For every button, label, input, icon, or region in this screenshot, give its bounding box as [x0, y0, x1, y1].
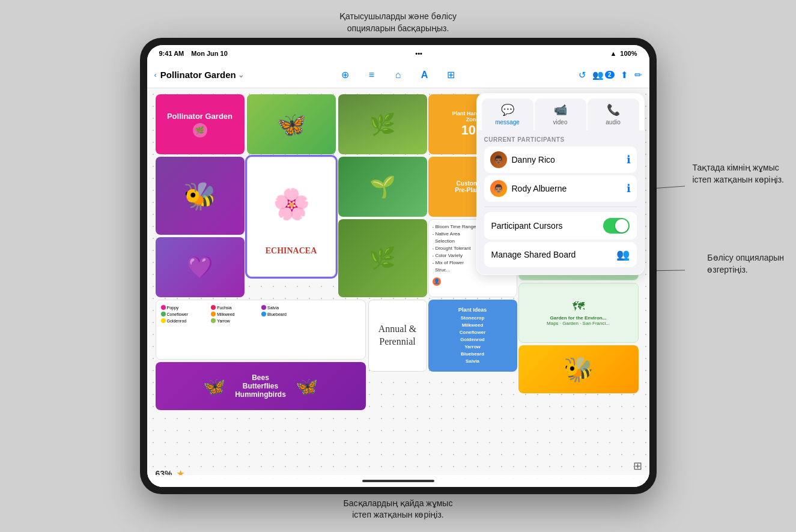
- home-icon[interactable]: ⌂: [390, 67, 406, 83]
- dots: •••: [415, 50, 422, 57]
- participants-icon: 👥: [592, 70, 604, 80]
- plant-list-text: StonecropMilkweedConeflowerGoldenrodYarr…: [460, 315, 486, 365]
- manage-shared-board-icon: 👥: [616, 248, 630, 261]
- ipad-screen: 9:41 AM Mon Jun 10 ••• ▲ 100% ‹ Pollinat…: [147, 45, 649, 487]
- danny-info: 👨🏾 Danny Rico: [490, 151, 555, 168]
- participant-rody[interactable]: 👨🏽 Rody Albuerne ℹ: [484, 175, 637, 202]
- tile-garden-photo[interactable]: 🌿: [338, 94, 427, 154]
- garden-image: 🌱: [338, 157, 427, 217]
- back-button[interactable]: ‹: [154, 70, 157, 79]
- manage-shared-board-label: Manage Shared Board: [491, 250, 576, 259]
- message-icon: 💬: [501, 103, 514, 116]
- cursors-label: Participant Cursors: [491, 221, 563, 231]
- participant-danny[interactable]: 👨🏾 Danny Rico ℹ: [484, 147, 637, 173]
- participants-section: CURRENT PARTICIPANTS 👨🏾 Danny Rico ℹ: [477, 130, 644, 202]
- tile-butterfly-photo[interactable]: 🦋: [247, 94, 336, 154]
- time: 9:41 AM: [159, 50, 184, 57]
- tile-echinacea-sketch[interactable]: 🌸 ECHINACEA: [247, 157, 336, 277]
- participants-button[interactable]: 👥 2: [592, 70, 615, 80]
- share-button[interactable]: ⬆: [621, 70, 628, 80]
- wifi-icon: ▲: [610, 50, 616, 57]
- callout-top: Қатысушыларды және бөлісу опцияларын бас…: [339, 11, 457, 34]
- toolbar-left: ‹ Pollinator Garden ⌄: [154, 70, 274, 80]
- toolbar: ‹ Pollinator Garden ⌄ ⊕ ≡ ⌂ A ⊞ ↺ �: [147, 62, 649, 88]
- chevron-down-icon[interactable]: ⌄: [238, 71, 244, 79]
- edit-button[interactable]: ✏: [634, 70, 642, 80]
- herbs-image: 🌿: [338, 94, 427, 154]
- danny-action-icon[interactable]: ℹ: [627, 153, 631, 166]
- tile-bee[interactable]: 🐝: [518, 345, 639, 393]
- echinacea-label: ECHINACEA: [252, 246, 330, 256]
- date: Mon Jun 10: [191, 50, 228, 57]
- audio-icon: 📞: [607, 103, 620, 116]
- media-icon[interactable]: ⊞: [443, 67, 459, 83]
- comm-tabs: 💬 message 📹 video 📞 audio: [477, 94, 644, 130]
- bee-image: 🐝: [156, 157, 245, 235]
- board-title: Pollinator Garden ⌄: [160, 70, 244, 80]
- battery-icon: 100%: [620, 50, 637, 57]
- tile-annual-perennial[interactable]: Annual &Perennial: [368, 300, 427, 372]
- home-indicator: [362, 480, 434, 482]
- callout-bottom: Басқалардың қайда жұмыс істеп жатқанын к…: [344, 498, 453, 521]
- status-left: 9:41 AM Mon Jun 10: [159, 50, 228, 57]
- danny-avatar: 👨🏾: [490, 151, 507, 168]
- audio-label: audio: [606, 119, 620, 125]
- tile-pollinator-garden[interactable]: Pollinator Garden 🌿: [156, 94, 245, 154]
- tab-message[interactable]: 💬 message: [482, 98, 533, 130]
- callout-right-bottom: Бөлісу опцияларын өзгертіңіз.: [707, 252, 784, 276]
- manage-shared-board-row[interactable]: Manage Shared Board 👥: [484, 242, 637, 267]
- pen-icon[interactable]: ⊕: [338, 67, 353, 83]
- dots-center: •••: [415, 50, 422, 57]
- rody-name: Rody Albuerne: [512, 184, 567, 193]
- tab-audio[interactable]: 📞 audio: [588, 98, 639, 130]
- main-content: Pollinator Garden 🌿 🦋 🌿 Plant Hardiness: [147, 88, 649, 487]
- grid-view-icon[interactable]: ≡: [364, 67, 380, 83]
- rody-avatar: 👨🏽: [490, 180, 507, 197]
- rody-action-icon[interactable]: ℹ: [627, 182, 631, 195]
- ipad-frame: 9:41 AM Mon Jun 10 ••• ▲ 100% ‹ Pollinat…: [140, 38, 657, 494]
- rody-info: 👨🏽 Rody Albuerne: [490, 180, 567, 197]
- plant-ideas-label: Plant Ideas: [458, 307, 487, 313]
- video-icon: 📹: [554, 103, 567, 116]
- danny-name: Danny Rico: [512, 155, 555, 165]
- tile-map[interactable]: 🗺 Garden for the Environ... Maps · Garde…: [518, 283, 639, 343]
- page-wrapper: Қатысушыларды және бөлісу опцияларын бас…: [0, 0, 796, 532]
- bottom-bar: [147, 475, 649, 487]
- tile-plant-ideas[interactable]: Plant Ideas StonecropMilkweedConeflowerG…: [428, 300, 517, 372]
- status-bar: 9:41 AM Mon Jun 10 ••• ▲ 100%: [147, 45, 649, 62]
- annual-text: Annual &Perennial: [378, 323, 417, 348]
- status-right: ▲ 100%: [610, 50, 637, 57]
- butterflies-content: 🦋 Bees Butterflies Hummingbirds 🦋: [203, 373, 318, 399]
- tile-legend[interactable]: Poppy Fuchsia Salvia Coneflower Milkweed…: [156, 300, 366, 360]
- legend-grid: Poppy Fuchsia Salvia Coneflower Milkweed…: [161, 305, 360, 323]
- bee-tile-image: 🐝: [518, 345, 639, 393]
- text-icon[interactable]: A: [417, 67, 433, 83]
- purple-flowers-image: 💜: [156, 237, 245, 297]
- butterfly-image: 🦋: [247, 94, 336, 154]
- tile-purple-flowers[interactable]: 💜: [156, 237, 245, 297]
- cursors-toggle[interactable]: [603, 218, 630, 234]
- refresh-icon[interactable]: ↺: [579, 70, 586, 80]
- callout-right-top: Тақтада кімнің жұмыс істеп жатқанын көрі…: [692, 162, 784, 186]
- map-content: 🗺 Garden for the Environ... Maps · Garde…: [519, 283, 638, 342]
- tile-bee-photo[interactable]: 🐝: [156, 157, 245, 235]
- grid-icon[interactable]: ⊞: [633, 459, 642, 473]
- pollinator-icon: 🌿: [193, 123, 207, 138]
- panel-divider: [484, 207, 637, 207]
- tile-bees-butterflies[interactable]: 🦋 Bees Butterflies Hummingbirds 🦋: [156, 362, 366, 410]
- tab-video[interactable]: 📹 video: [535, 98, 586, 130]
- participants-count: 2: [605, 71, 615, 79]
- tile-herbs2-photo[interactable]: 🌿: [338, 219, 427, 297]
- toolbar-center: ⊕ ≡ ⌂ A ⊞: [279, 67, 518, 83]
- toggle-knob: [615, 219, 628, 232]
- video-label: video: [553, 119, 568, 125]
- floating-panel: 💬 message 📹 video 📞 audio: [476, 93, 645, 275]
- flower-sketch: 🌸: [252, 162, 330, 246]
- toolbar-right: ↺ 👥 2 ⬆ ✏: [523, 70, 642, 80]
- section-label: CURRENT PARTICIPANTS: [484, 136, 637, 143]
- tile-herbs-photo[interactable]: 🌱: [338, 157, 427, 217]
- herbs2-image: 🌿: [338, 219, 427, 297]
- cursors-toggle-row: Participant Cursors: [484, 212, 637, 240]
- avatars-row: 👤: [433, 277, 513, 286]
- message-label: message: [495, 119, 520, 125]
